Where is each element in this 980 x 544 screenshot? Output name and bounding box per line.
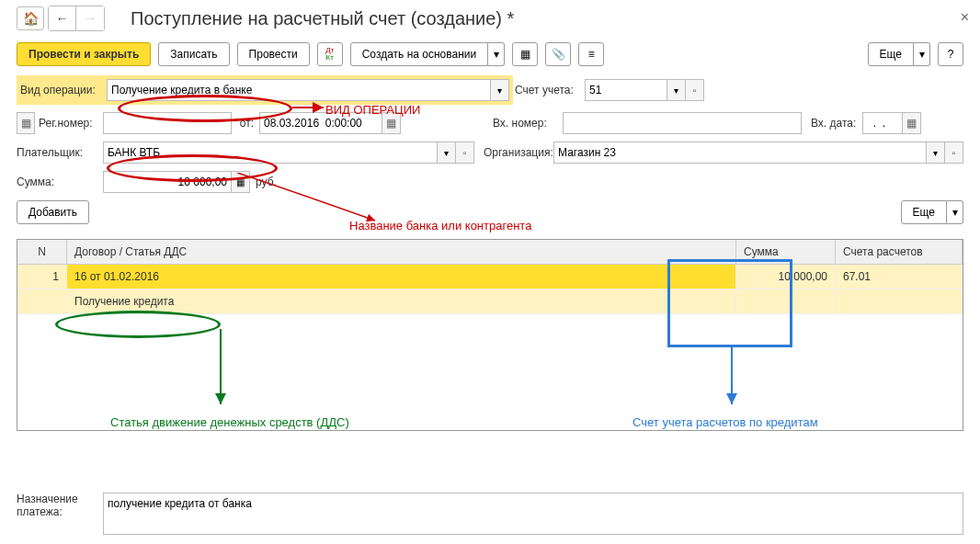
org-label: Организация: bbox=[474, 146, 553, 159]
in-num-label: Вх. номер: bbox=[493, 117, 563, 130]
op-type-dropdown[interactable]: ▾ bbox=[491, 79, 509, 101]
post-button[interactable]: Провести bbox=[237, 42, 310, 66]
op-type-label: Вид операции: bbox=[20, 84, 107, 96]
from-label: от: bbox=[232, 117, 259, 130]
in-date-label: Вх. дата: bbox=[802, 117, 862, 130]
add-button[interactable]: Добавить bbox=[17, 200, 89, 224]
in-num-input[interactable] bbox=[563, 112, 802, 134]
account-label: Счет учета: bbox=[515, 84, 585, 96]
files-button[interactable]: ▦ bbox=[512, 42, 538, 66]
cell-acc2[interactable] bbox=[836, 289, 963, 313]
sum-calc[interactable]: ▦ bbox=[232, 171, 250, 193]
reg-num-label: Рег.номер: bbox=[39, 117, 103, 130]
in-date-picker[interactable] bbox=[903, 112, 921, 134]
details-table: N Договор / Статья ДДС Сумма Счета расче… bbox=[17, 239, 963, 431]
cell-dds[interactable]: Получение кредита bbox=[67, 289, 736, 313]
sum-input[interactable] bbox=[103, 171, 232, 193]
sum-currency: руб. bbox=[250, 176, 277, 188]
forward-button: → bbox=[76, 6, 104, 30]
cell-sum[interactable]: 10 000,00 bbox=[736, 265, 836, 289]
col-acc[interactable]: Счета расчетов bbox=[836, 240, 963, 264]
more-dropdown[interactable]: ▾ bbox=[914, 42, 930, 66]
col-dog[interactable]: Договор / Статья ДДС bbox=[67, 240, 736, 264]
close-icon[interactable]: × bbox=[961, 9, 969, 26]
reg-num-input[interactable] bbox=[103, 112, 232, 134]
sum-label: Сумма: bbox=[17, 176, 103, 188]
list-button[interactable]: ≡ bbox=[578, 42, 604, 66]
payer-open[interactable]: ▫ bbox=[456, 142, 474, 164]
create-based-button[interactable]: Создать на основании bbox=[350, 42, 489, 66]
org-input[interactable] bbox=[553, 142, 927, 164]
org-open[interactable]: ▫ bbox=[945, 142, 963, 164]
cell-n2[interactable] bbox=[17, 289, 67, 313]
back-button[interactable]: ← bbox=[49, 6, 76, 30]
more-button[interactable]: Еще bbox=[868, 42, 914, 66]
org-dropdown[interactable]: ▾ bbox=[927, 142, 945, 164]
write-button[interactable]: Записать bbox=[158, 42, 229, 66]
home-button[interactable]: 🏠 bbox=[17, 6, 44, 30]
payer-dropdown[interactable]: ▾ bbox=[438, 142, 456, 164]
post-and-close-button[interactable]: Провести и закрыть bbox=[17, 42, 151, 66]
dtkt-button[interactable]: ДтКт bbox=[317, 42, 343, 66]
payer-label: Плательщик: bbox=[17, 146, 103, 159]
col-sum[interactable]: Сумма bbox=[736, 240, 836, 264]
account-input[interactable] bbox=[585, 79, 667, 101]
purpose-label: Назначение платежа: bbox=[17, 493, 103, 518]
create-based-dropdown[interactable]: ▾ bbox=[488, 42, 505, 66]
help-button[interactable]: ? bbox=[938, 42, 963, 66]
cell-n[interactable]: 1 bbox=[17, 265, 67, 289]
table-more-dropdown[interactable]: ▾ bbox=[947, 200, 963, 224]
col-n[interactable]: N bbox=[17, 240, 67, 264]
cell-dog[interactable]: 16 от 01.02.2016 bbox=[67, 265, 736, 289]
account-dropdown[interactable]: ▾ bbox=[667, 79, 686, 101]
calendar-icon bbox=[17, 112, 35, 134]
cell-acc[interactable]: 67.01 bbox=[836, 265, 963, 289]
op-type-input[interactable] bbox=[107, 79, 491, 101]
attach-button[interactable]: 📎 bbox=[545, 42, 571, 66]
in-date-input[interactable] bbox=[862, 112, 903, 134]
account-open[interactable]: ▫ bbox=[686, 79, 704, 101]
purpose-input[interactable] bbox=[103, 493, 963, 535]
payer-input[interactable] bbox=[103, 142, 438, 164]
page-title: Поступление на расчетный счет (создание)… bbox=[131, 8, 514, 29]
date-input[interactable] bbox=[259, 112, 382, 134]
cell-sum2[interactable] bbox=[736, 289, 836, 313]
date-picker[interactable] bbox=[382, 112, 401, 134]
table-more-button[interactable]: Еще bbox=[901, 200, 947, 224]
